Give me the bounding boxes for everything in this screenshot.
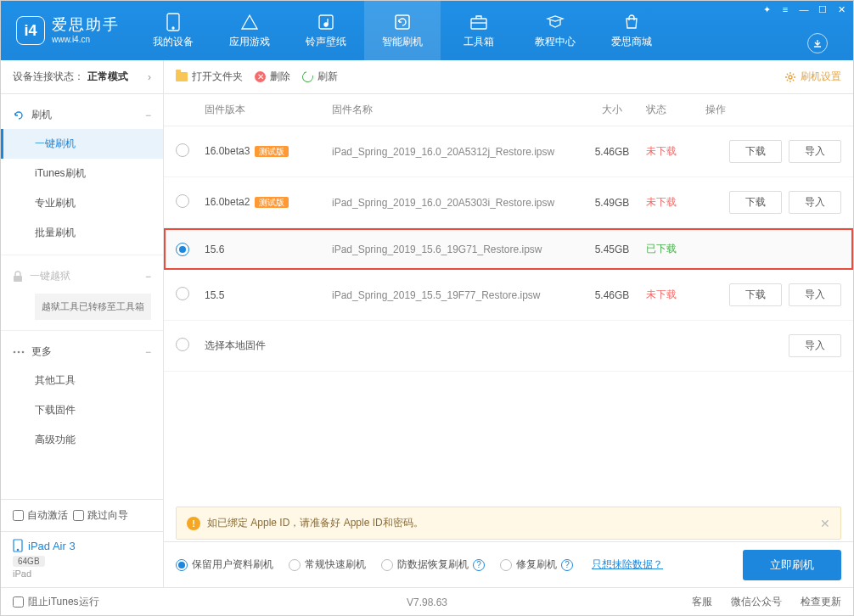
size: 5.45GB <box>578 244 646 255</box>
skip-guide-checkbox[interactable]: 跳过向导 <box>73 508 128 523</box>
app-name: 爱思助手 <box>52 16 120 35</box>
lock-icon <box>13 271 23 283</box>
size: 5.46GB <box>578 146 646 158</box>
version-label: V7.98.63 <box>407 596 447 608</box>
radio[interactable] <box>176 287 189 300</box>
gear-icon <box>784 71 796 83</box>
svg-point-7 <box>14 351 16 354</box>
win-skin-icon[interactable]: ✦ <box>758 3 775 16</box>
sidebar-item-pro[interactable]: 专业刷机 <box>1 188 163 218</box>
sidebar-item-other[interactable]: 其他工具 <box>1 366 163 395</box>
footer: 阻止iTunes运行 V7.98.63 客服 微信公众号 检查更新 <box>1 587 853 616</box>
shop-icon <box>622 13 641 31</box>
logo-icon: i4 <box>16 16 45 45</box>
local-firmware-row[interactable]: 选择本地固件 导入 <box>164 321 853 372</box>
erase-link[interactable]: 只想抹除数据？ <box>592 557 663 572</box>
radio[interactable] <box>176 243 189 256</box>
import-button[interactable]: 导入 <box>789 334 841 357</box>
radio[interactable] <box>176 194 189 208</box>
sidebar-flash-head[interactable]: 刷机 − <box>1 101 163 129</box>
svg-point-12 <box>789 76 792 79</box>
flash-icon <box>393 13 412 31</box>
firmware-name: iPad_Spring_2019_16.0_20A5312j_Restore.i… <box>332 146 578 158</box>
nav-my-device[interactable]: 我的设备 <box>135 1 211 60</box>
opt-normal[interactable]: 常规快速刷机 <box>289 557 366 572</box>
nav-tutorial[interactable]: 教程中心 <box>517 1 593 60</box>
version: 16.0beta3测试版 <box>205 145 332 158</box>
firmware-name: iPad_Spring_2019_15.6_19G71_Restore.ipsw <box>332 244 578 255</box>
svg-point-3 <box>324 23 328 26</box>
sidebar-item-batch[interactable]: 批量刷机 <box>1 218 163 248</box>
import-button[interactable]: 导入 <box>789 191 841 214</box>
nav-flash[interactable]: 智能刷机 <box>364 1 441 60</box>
help-icon[interactable]: ? <box>561 559 573 571</box>
opt-recover[interactable]: 防数据恢复刷机? <box>381 557 485 572</box>
win-minimize-icon[interactable]: — <box>795 3 812 16</box>
col-size: 大小 <box>578 103 646 117</box>
close-icon[interactable]: ✕ <box>820 517 830 530</box>
win-close-icon[interactable]: ✕ <box>833 3 850 16</box>
sidebar-item-download[interactable]: 下载固件 <box>1 395 163 425</box>
auto-activate-checkbox[interactable]: 自动激活 <box>13 508 68 523</box>
firmware-row[interactable]: 16.0beta2测试版iPad_Spring_2019_16.0_20A530… <box>164 177 853 228</box>
import-button[interactable]: 导入 <box>789 140 841 163</box>
col-version: 固件版本 <box>205 103 332 117</box>
sidebar: 设备连接状态： 正常模式 › 刷机 − 一键刷机 iTunes刷机 专业刷机 批… <box>1 60 164 587</box>
nav-apps[interactable]: 应用游戏 <box>211 1 288 60</box>
svg-rect-5 <box>471 19 486 29</box>
status: 已下载 <box>646 242 705 256</box>
firmware-row[interactable]: 15.5iPad_Spring_2019_15.5_19F77_Restore.… <box>164 270 853 321</box>
help-icon[interactable]: ? <box>473 559 485 571</box>
version: 15.6 <box>205 244 332 255</box>
download-circle-icon[interactable] <box>807 33 828 53</box>
refresh-icon <box>301 70 316 85</box>
win-menu-icon[interactable]: ≡ <box>777 3 794 16</box>
download-button[interactable]: 下载 <box>729 283 782 306</box>
music-icon <box>317 13 335 31</box>
sidebar-item-advanced[interactable]: 高级功能 <box>1 425 163 455</box>
customer-service-link[interactable]: 客服 <box>692 595 712 609</box>
check-update-link[interactable]: 检查更新 <box>801 595 841 609</box>
firmware-row[interactable]: 15.6iPad_Spring_2019_15.6_19G71_Restore.… <box>164 228 853 270</box>
nav-shop[interactable]: 爱思商城 <box>593 1 670 60</box>
connection-status[interactable]: 设备连接状态： 正常模式 › <box>1 60 163 94</box>
svg-point-8 <box>18 351 20 354</box>
refresh-button[interactable]: 刷新 <box>302 70 338 84</box>
jailbreak-note: 越狱工具已转移至工具箱 <box>35 294 151 320</box>
download-button[interactable]: 下载 <box>729 140 782 163</box>
flash-now-button[interactable]: 立即刷机 <box>743 550 841 580</box>
wechat-link[interactable]: 微信公众号 <box>731 595 782 609</box>
collapse-icon: − <box>145 346 151 358</box>
radio[interactable] <box>176 143 189 157</box>
opt-fix[interactable]: 修复刷机? <box>500 557 573 572</box>
titlebar: i4 爱思助手 www.i4.cn 我的设备 应用游戏 铃声壁纸 智能刷机 工具… <box>1 1 853 60</box>
device-capacity: 64GB <box>13 556 45 567</box>
col-name: 固件名称 <box>332 103 578 117</box>
nav-ringtones[interactable]: 铃声壁纸 <box>288 1 364 60</box>
firmware-row[interactable]: 16.0beta3测试版iPad_Spring_2019_16.0_20A531… <box>164 126 853 177</box>
sidebar-more-head[interactable]: 更多 − <box>1 338 163 366</box>
delete-button[interactable]: ✕删除 <box>255 70 290 84</box>
apps-icon <box>240 13 259 31</box>
status: 未下载 <box>646 288 705 302</box>
nav-toolbox[interactable]: 工具箱 <box>441 1 517 60</box>
flash-options-bar: 保留用户资料刷机 常规快速刷机 防数据恢复刷机? 修复刷机? 只想抹除数据？ 立… <box>164 541 853 587</box>
opt-keep-data[interactable]: 保留用户资料刷机 <box>176 557 273 572</box>
block-itunes-checkbox[interactable]: 阻止iTunes运行 <box>13 595 99 609</box>
status: 未下载 <box>646 144 705 159</box>
open-folder-button[interactable]: 打开文件夹 <box>176 70 243 84</box>
sidebar-item-oneclick[interactable]: 一键刷机 <box>1 129 163 159</box>
svg-point-9 <box>22 351 25 354</box>
radio[interactable] <box>176 338 189 351</box>
col-ops: 操作 <box>705 103 841 117</box>
sidebar-item-itunes[interactable]: iTunes刷机 <box>1 159 163 188</box>
device-name[interactable]: iPad Air 3 <box>13 539 151 552</box>
status: 未下载 <box>646 195 705 210</box>
import-button[interactable]: 导入 <box>789 283 841 306</box>
flash-settings-button[interactable]: 刷机设置 <box>784 70 841 84</box>
beta-badge: 测试版 <box>255 146 289 157</box>
download-button[interactable]: 下载 <box>729 191 782 214</box>
win-maximize-icon[interactable]: ☐ <box>814 3 831 16</box>
toolbar: 打开文件夹 ✕删除 刷新 刷机设置 <box>164 60 853 94</box>
collapse-icon: − <box>145 109 151 121</box>
